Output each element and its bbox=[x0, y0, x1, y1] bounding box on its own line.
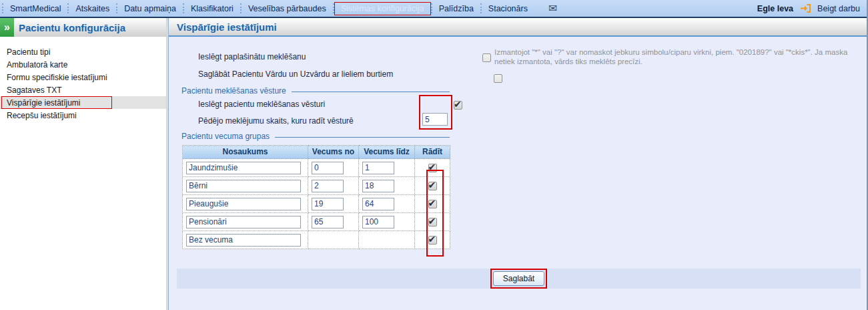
age-groups-legend: Pacientu vecuma grupas bbox=[181, 132, 450, 141]
age-groups-legend-text: Pacientu vecuma grupas bbox=[181, 132, 270, 141]
history-count-label: Pēdējo meklējumu skaits, kuru radīt vēst… bbox=[198, 116, 354, 126]
menu-separator bbox=[183, 3, 184, 13]
extended-search-label: Ieslēgt paplašinātu meklēšanu bbox=[198, 52, 306, 61]
menu-separator bbox=[431, 3, 432, 13]
sidebar: » Pacientu konfigurācija Pacientu tipiAm… bbox=[0, 18, 166, 310]
column-header-vecums-no: Vecums no bbox=[308, 146, 359, 159]
enable-history-label: Ieslēgt pacientu meklēšanas vēsturi bbox=[198, 100, 325, 109]
page-title: Vispārīgie iestātījumi bbox=[177, 21, 277, 33]
legend-line bbox=[275, 137, 450, 138]
enable-history-checkbox[interactable] bbox=[454, 101, 462, 110]
age-table-body bbox=[183, 159, 450, 249]
save-button[interactable]: Saglabāt bbox=[493, 271, 544, 286]
search-history-legend-text: Pacientu meklēšanas vēsture bbox=[181, 86, 286, 96]
menu-item-klasifikatori[interactable]: Klasifikatori bbox=[185, 3, 240, 15]
chevrons-icon: » bbox=[0, 18, 14, 37]
app-window: SmartMedicalAtskaitesDatu apmaiņaKlasifi… bbox=[0, 0, 868, 310]
sidebar-title: Pacientu konfigurācija bbox=[19, 22, 125, 33]
menu-separator bbox=[2, 3, 3, 13]
age-from-input[interactable] bbox=[312, 198, 344, 210]
table-row bbox=[183, 195, 450, 213]
settings-panel: Ieslēgt paplašinātu meklēšanu Izmantojot… bbox=[169, 37, 867, 310]
column-header-r-d-t: Rādīt bbox=[415, 146, 450, 159]
group-name-input[interactable] bbox=[186, 162, 301, 174]
logout-icon bbox=[800, 4, 811, 13]
menu-item-vesel-bas-p-rbaudes[interactable]: Veselības pārbaudes bbox=[242, 3, 332, 15]
age-from-input[interactable] bbox=[312, 162, 344, 174]
age-from-input[interactable] bbox=[312, 180, 344, 192]
table-row bbox=[183, 159, 450, 177]
menu-separator bbox=[240, 3, 242, 13]
menu-item-smartmedical[interactable]: SmartMedical bbox=[4, 3, 67, 15]
show-checkbox[interactable] bbox=[428, 200, 437, 208]
content-header: Vispārīgie iestātījumi bbox=[169, 18, 867, 37]
history-count-input[interactable] bbox=[422, 113, 448, 126]
search-history-legend: Pacientu meklēšanas vēsture bbox=[181, 86, 450, 96]
show-checkbox[interactable] bbox=[428, 218, 437, 226]
sidebar-item-visp-r-gie-iest-t-jumi[interactable]: Vispārīgie iestātījumi bbox=[0, 96, 166, 109]
sidebar-item-recep-u-iest-t-jumi[interactable]: Recepšu iestātījumi bbox=[0, 109, 166, 122]
menu-separator bbox=[116, 3, 117, 13]
menu-item-sist-mas-konfigur-cija[interactable]: Sistēmas konfigurācija bbox=[335, 3, 430, 15]
sidebar-item-ambulator-karte[interactable]: Ambulatorā karte bbox=[0, 58, 166, 71]
topbar-right: Egle Ieva Beigt darbu bbox=[757, 4, 867, 13]
sidebar-items: Pacientu tipiAmbulatorā karteFormu speci… bbox=[0, 45, 166, 122]
column-header-vecums-l-dz: Vecums līdz bbox=[359, 146, 415, 159]
group-name-input[interactable] bbox=[186, 234, 301, 247]
age-table-header-row: NosaukumsVecums noVecums līdzRādīt bbox=[183, 146, 450, 159]
menu-items: SmartMedicalAtskaitesDatu apmaiņaKlasifi… bbox=[1, 0, 534, 17]
group-name-input[interactable] bbox=[186, 180, 301, 192]
uppercase-label: Saglābāt Pacientu Vārdu un Uzvārdu ar li… bbox=[198, 69, 393, 79]
mask-help-text: Izmantojot "*" vai "?" var nomaskot jebk… bbox=[494, 47, 860, 66]
column-header-nosaukums: Nosaukums bbox=[183, 146, 308, 159]
extended-search-checkbox[interactable] bbox=[482, 53, 491, 62]
menu-separator bbox=[333, 3, 334, 13]
menu-separator bbox=[67, 3, 69, 13]
uppercase-checkbox[interactable] bbox=[494, 74, 502, 83]
sidebar-item-formu-specifiskie-iestat-jumi[interactable]: Formu specifiskie iestatījumi bbox=[0, 71, 166, 84]
age-groups-table: NosaukumsVecums noVecums līdzRādīt bbox=[182, 145, 450, 249]
sidebar-header: » Pacientu konfigurācija bbox=[0, 18, 166, 37]
legend-line bbox=[292, 92, 450, 92]
menu-item-stacion-rs[interactable]: Stacionārs bbox=[482, 3, 534, 15]
menu-item-atskaites[interactable]: Atskaites bbox=[69, 3, 115, 15]
age-to-input[interactable] bbox=[362, 162, 394, 174]
show-checkbox[interactable] bbox=[428, 182, 437, 190]
menu-item-datu-apmai-a[interactable]: Datu apmaiņa bbox=[118, 3, 182, 15]
age-to-input[interactable] bbox=[362, 180, 394, 192]
annotation-box: Saglabāt bbox=[490, 269, 547, 289]
show-checkbox[interactable] bbox=[428, 236, 437, 245]
table-row bbox=[183, 213, 450, 231]
age-from-input[interactable] bbox=[312, 216, 344, 228]
sidebar-item-pacientu-tipi[interactable]: Pacientu tipi bbox=[0, 45, 166, 58]
mail-icon[interactable]: ✉ bbox=[548, 3, 557, 14]
age-to-input[interactable] bbox=[362, 198, 394, 210]
table-row bbox=[183, 177, 450, 195]
top-menu-bar: SmartMedicalAtskaitesDatu apmaiņaKlasifi… bbox=[0, 0, 867, 18]
menu-separator bbox=[480, 3, 482, 13]
user-name: Egle Ieva bbox=[757, 4, 793, 13]
logout-button[interactable]: Beigt darbu bbox=[817, 4, 860, 13]
button-bar: Saglabāt bbox=[177, 269, 861, 289]
group-name-input[interactable] bbox=[186, 198, 301, 210]
menu-item-pal-dz-ba[interactable]: Palīdzība bbox=[433, 3, 480, 15]
age-to-input[interactable] bbox=[362, 216, 394, 228]
sidebar-item-sagataves-txt[interactable]: Sagataves TXT bbox=[0, 84, 166, 96]
group-name-input[interactable] bbox=[186, 216, 301, 228]
table-row bbox=[183, 231, 450, 249]
content-area: Vispārīgie iestātījumi Ieslēgt paplašinā… bbox=[169, 18, 867, 310]
show-checkbox[interactable] bbox=[428, 164, 437, 172]
